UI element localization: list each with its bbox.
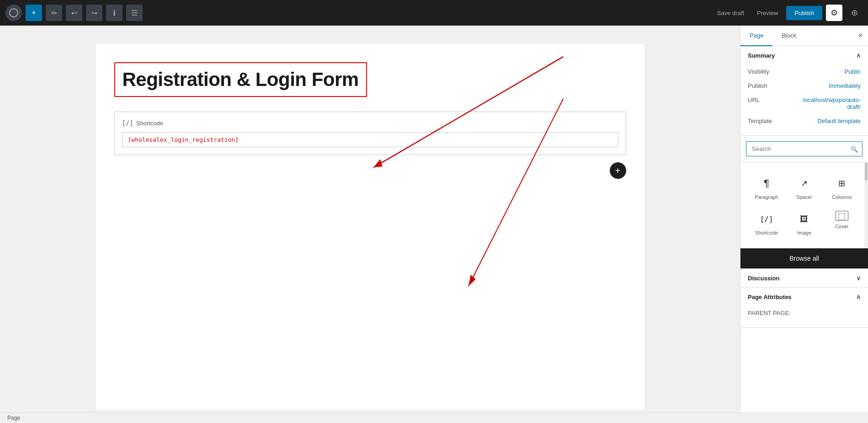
page-attributes-section: Page Attributes ∧ PARENT PAGE: — [740, 288, 868, 328]
publish-label: Publish — [748, 82, 767, 89]
summary-section-header[interactable]: Summary ∧ — [740, 46, 868, 64]
discussion-section: Discussion ∨ — [740, 269, 868, 288]
sidebar-close-button[interactable]: × — [853, 26, 868, 46]
discussion-section-header[interactable]: Discussion ∨ — [740, 269, 868, 287]
chevron-up-icon: ∧ — [856, 52, 861, 59]
toolbar-right: Save draft Preview Publish ⚙ ⊛ — [713, 5, 863, 21]
block-inserter-search-wrap — [740, 136, 868, 162]
cover-icon: ⬚ — [836, 211, 848, 221]
shortcode-block-label: Shortcode — [755, 230, 778, 236]
paragraph-label: Paragraph — [755, 194, 778, 200]
shortcode-label: [/] Shortcode — [122, 119, 618, 127]
template-row: Template Default template — [748, 114, 861, 128]
visibility-label: Visibility — [748, 68, 769, 75]
discussion-label: Discussion — [748, 275, 779, 282]
publish-value[interactable]: Immediately — [829, 82, 861, 89]
search-icon-wrap — [746, 141, 863, 156]
block-grid-wrap: ¶ Paragraph ↗ Spacer ⊞ Columns [/] Shor — [740, 162, 868, 248]
parent-page-row: PARENT PAGE: — [748, 306, 861, 320]
block-item-shortcode[interactable]: [/] Shortcode — [748, 205, 785, 241]
columns-icon: ⊞ — [834, 175, 850, 192]
url-value[interactable]: localhost/wpxpo/auto-draft/ — [797, 96, 861, 110]
page-title-block[interactable]: Registration & Login Form — [114, 62, 367, 97]
image-label: Image — [797, 230, 811, 236]
block-item-image[interactable]: 🖼 Image — [785, 205, 823, 241]
browse-all-button[interactable]: Browse all — [740, 248, 868, 268]
url-label: URL — [748, 96, 760, 103]
main-layout: Registration & Login Form [/] Shortcode … — [0, 26, 868, 412]
template-label: Template — [748, 118, 772, 124]
wp-logo[interactable] — [5, 5, 22, 21]
undo-icon: ↩ — [71, 9, 77, 17]
redo-icon: ↪ — [91, 9, 97, 17]
template-value[interactable]: Default template — [817, 118, 861, 124]
scrollbar-thumb — [865, 162, 868, 181]
status-bar: Page — [0, 412, 868, 423]
block-grid-scrollbar — [864, 162, 868, 248]
plus-icon-inline: + — [615, 166, 621, 176]
columns-label: Columns — [832, 194, 852, 200]
shortcode-input[interactable] — [122, 132, 618, 147]
sidebar-tabs: Page Block × — [740, 26, 868, 46]
shortcode-icon: [/] — [758, 211, 775, 227]
save-draft-button[interactable]: Save draft — [713, 7, 749, 19]
spacer-icon: ↗ — [796, 175, 812, 192]
shortcode-bracket-icon: [/] — [122, 119, 133, 127]
plus-icon: + — [32, 9, 36, 17]
block-item-cover[interactable]: ⬚ Cover — [823, 205, 861, 241]
settings-button[interactable]: ⚙ — [826, 5, 842, 21]
publish-row: Publish Immediately — [748, 79, 861, 93]
add-block-inline-button[interactable]: + — [610, 162, 626, 179]
plugin-button[interactable]: ⊛ — [846, 5, 863, 21]
shortcode-label-text: Shortcode — [136, 120, 163, 127]
block-item-paragraph[interactable]: ¶ Paragraph — [748, 170, 785, 205]
preview-button[interactable]: Preview — [752, 7, 783, 19]
page-attributes-body: PARENT PAGE: — [740, 306, 868, 327]
image-icon: 🖼 — [796, 211, 812, 227]
add-block-toolbar-button[interactable]: + — [26, 5, 42, 21]
undo-button[interactable]: ↩ — [66, 5, 82, 21]
info-icon: ℹ — [113, 9, 116, 17]
list-view-button[interactable]: ☰ — [126, 5, 143, 21]
discussion-chevron-icon: ∨ — [856, 274, 861, 282]
tab-page[interactable]: Page — [740, 26, 772, 46]
page-status-label: Page — [7, 415, 20, 421]
block-grid: ¶ Paragraph ↗ Spacer ⊞ Columns [/] Shor — [740, 162, 868, 248]
arrows-overlay — [96, 44, 644, 410]
summary-section: Summary ∧ Visibility Public Publish Imme… — [740, 46, 868, 136]
block-item-columns[interactable]: ⊞ Columns — [823, 170, 861, 205]
parent-page-label: PARENT PAGE: — [748, 310, 791, 316]
block-inserter-section: ¶ Paragraph ↗ Spacer ⊞ Columns [/] Shor — [740, 136, 868, 269]
shortcode-block: [/] Shortcode — [114, 112, 626, 155]
right-sidebar: Page Block × Summary ∧ Visibility Public… — [740, 26, 868, 412]
gear-icon: ⚙ — [831, 8, 838, 18]
info-button[interactable]: ℹ — [106, 5, 122, 21]
editor-area: Registration & Login Form [/] Shortcode … — [0, 26, 740, 412]
edit-button[interactable]: ✏ — [46, 5, 62, 21]
visibility-row: Visibility Public — [748, 64, 861, 79]
tab-block[interactable]: Block — [772, 26, 805, 46]
visibility-value[interactable]: Public — [845, 68, 861, 75]
spacer-label: Spacer — [796, 194, 812, 200]
page-attributes-label: Page Attributes — [748, 294, 792, 300]
block-item-spacer[interactable]: ↗ Spacer — [785, 170, 823, 205]
url-row: URL localhost/wpxpo/auto-draft/ — [748, 93, 861, 114]
page-title: Registration & Login Form — [122, 69, 359, 91]
summary-section-body: Visibility Public Publish Immediately UR… — [740, 64, 868, 135]
list-icon: ☰ — [131, 9, 138, 17]
paragraph-icon: ¶ — [758, 175, 775, 192]
page-attributes-chevron-icon: ∧ — [856, 293, 861, 300]
publish-button[interactable]: Publish — [786, 6, 822, 20]
pencil-icon: ✏ — [51, 9, 57, 17]
plugin-icon: ⊛ — [851, 8, 858, 18]
editor-canvas: Registration & Login Form [/] Shortcode … — [96, 44, 644, 410]
wp-logo-inner — [9, 8, 18, 17]
redo-button[interactable]: ↪ — [86, 5, 102, 21]
summary-label: Summary — [748, 52, 775, 59]
page-attributes-section-header[interactable]: Page Attributes ∧ — [740, 288, 868, 306]
block-search-input[interactable] — [746, 141, 863, 156]
toolbar: + ✏ ↩ ↪ ℹ ☰ Save draft Preview Publish ⚙… — [0, 0, 868, 26]
cover-label: Cover — [835, 224, 848, 229]
